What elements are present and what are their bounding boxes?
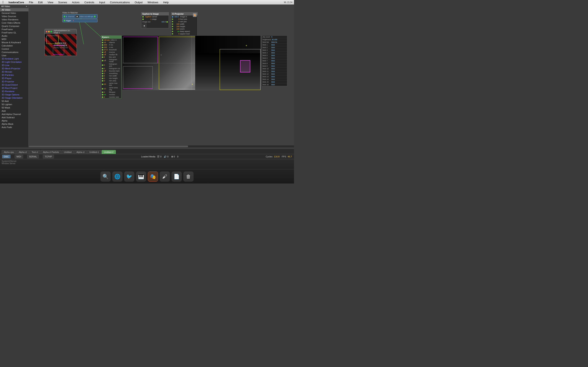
status-tab-tcpip[interactable]: TCP/IP [43,155,54,158]
menu-scenes[interactable]: Scenes [57,1,68,4]
menu-isadoracore[interactable]: IsadoraCore [8,1,25,4]
eyes-val-monitor: on [104,94,108,96]
sidebar-item-3d-renderer[interactable]: 3D Renderer [0,90,28,93]
sidebar-item-3d-projector[interactable]: 3D Projector [0,80,28,83]
sidebar-item-3d-line[interactable]: 3D Line [0,64,28,67]
sidebar-item-alpha[interactable]: Alpha [0,119,28,122]
menu-view[interactable]: View [47,1,54,4]
ci-row-vertpos: 0 vert pos [171,20,198,23]
status-tab-serial[interactable]: SERIAL [27,155,39,158]
tab-untitled-1[interactable]: Untitled-1 [87,150,101,154]
menu-input[interactable]: Input [98,1,106,4]
sidebar-item-communications[interactable]: Communications [0,50,28,54]
menu-help[interactable]: Help [162,1,169,4]
menu-output[interactable]: Output [134,1,143,4]
blob-bloblist-row: blob list blob-lis [262,41,287,44]
tab-alpha-cl[interactable]: Alpha cl [17,150,29,154]
tab-alpha-cpu[interactable]: Alpha cpu [2,150,16,154]
menu-communications[interactable]: Communications [109,1,131,4]
scrollbar-thumb[interactable] [29,146,188,147]
sidebar-item-general-video[interactable]: General Video [0,11,28,15]
blob-3-lbl: blob 3 [263,49,271,51]
sidebar-item-control[interactable]: Control [0,47,28,50]
tab-untitled-2[interactable]: Untitled-2 [102,150,116,154]
sidebar-item-3d-player[interactable]: 3D Player [0,77,28,80]
eyes-lbl-lifespan: lifespan [109,91,115,93]
dock-tweetbot[interactable]: 🐦 [124,171,134,182]
sidebar-item-calculation[interactable]: Calculation [0,44,28,47]
sidebar-item-video-sources[interactable]: Video Sources [0,15,28,18]
ci-palette-icon[interactable]: 🎨 [193,13,197,17]
dock-trash[interactable]: 🗑 [183,171,194,182]
tab-untitled[interactable]: Untitled [62,150,74,154]
menu-edit[interactable]: Edit [37,1,43,4]
eyes-val-histcut: 0 [104,67,108,69]
status-tab-osc[interactable]: OSC [2,155,11,158]
sidebar-item-alpha-mask[interactable]: Alpha Mask [0,122,28,125]
dock-finder[interactable]: 🔍 [100,171,111,182]
sidebar-item-core-video-effects[interactable]: Core Video Effects [0,21,28,25]
sidebar-item-auto-fade[interactable]: Auto Fade [0,125,28,129]
sidebar-item-50-mask[interactable]: 50 Mask [0,106,28,109]
eyes-row-hres: 400 h res [101,44,121,46]
stage-window[interactable]: AlphaMaskNeon.izz : Stage 1 SIGMASIX SYP… [44,29,77,56]
dock-isadora[interactable]: 🎭 [148,171,158,182]
cycles-val: 116.8 [274,155,280,158]
sidebar-item-3d-mesh[interactable]: 3D Mesh Projector [0,67,28,70]
sidebar-item-video-renderers[interactable]: Video Renderers [0,18,28,21]
sidebar-item-3d-stage-orient[interactable]: 3D Stage Orientation [0,96,28,100]
stage-zoom-button[interactable] [51,31,52,33]
sidebar-item-freeframe-gl[interactable]: FreeFrame GL [0,31,28,34]
sidebar-item-add[interactable]: Add [0,109,28,113]
sidebar-item-user[interactable]: User [0,54,28,57]
sidebar-close[interactable]: × [26,5,27,8]
eyes-port-smooth [102,73,103,74]
eyes-val-minarea: 0 [104,80,108,82]
sidebar-item-3d-stage-opts[interactable]: 3D Stage Options [0,93,28,96]
menu-actors[interactable]: Actors [71,1,80,4]
sidebar-item-add-subtract[interactable]: Add Subtract [0,116,28,119]
apple-menu[interactable]:  [2,0,4,4]
dock-piano[interactable]: 🎹 [136,171,146,182]
stage-minimize-button[interactable] [48,31,50,33]
menu-file[interactable]: File [28,1,34,4]
blob-14-val: blob [271,78,275,80]
eyes-row-histamt: 0 histogram amt [101,63,121,67]
sidebar-item-3d-rect[interactable]: 3D Rect Project [0,86,28,90]
grid-line-v1 [191,36,192,90]
sidebar-item-midi[interactable]: MIDI [0,38,28,41]
sidebar-item-all-video[interactable]: All Video [0,8,28,11]
tab-alpha-cl-particle[interactable]: Alpha cl Particle [41,150,61,154]
status-tab-midi[interactable]: MIDI [15,155,23,158]
eyes-val-histmode: off [104,59,108,62]
sidebar-item-audio[interactable]: Audio [0,34,28,38]
eyes-val-maxdist: 20 [104,83,108,85]
menu-controls[interactable]: Controls [84,1,95,4]
menu-windows[interactable]: Windows [147,1,159,4]
tab-alpha-cl-2[interactable]: Alpha cl [74,150,86,154]
tab-test-cl[interactable]: Test cl [29,150,40,154]
eyes-node-header: Eyes++ [101,36,121,39]
ci-val-height: 100 [174,25,180,27]
canvas-scrollbar[interactable] [29,145,294,147]
dock-safari[interactable]: 🌐 [112,171,122,182]
sidebar-item-quartz-composer[interactable]: Quartz Composer [0,25,28,28]
ci-row-zoom: 100 zoom [171,28,198,30]
sidebar-item-3d-ambient[interactable]: 3D Ambient Light [0,57,28,60]
dock-documents[interactable]: 📄 [172,171,182,182]
eyes-lbl-median: median filt [109,54,117,56]
sidebar-item-50-add[interactable]: 50 Add [0,100,28,103]
sidebar-item-50-lighten[interactable]: 50 Lighten [0,103,28,106]
sidebar-item-freeframe[interactable]: FreeFrame [0,28,28,31]
sidebar-item-3d-mosaic[interactable]: 3D Mosaic [0,70,28,73]
sidebar-item-3d-particles[interactable]: 3D Particles [0,73,28,77]
dock-brush[interactable]: 🖌 [160,171,170,182]
menubar-clock: Mi. 21:34 [284,1,292,3]
stage-close-button[interactable] [46,31,47,33]
blob-5-row: blob 5 blob [262,54,287,57]
sidebar-item-3d-light[interactable]: 3D Light Orientation [0,60,28,64]
sidebar-item-3d-quad[interactable]: 3D Quad Distort [0,83,28,86]
eyes-port-areachg [102,88,103,90]
sidebar-item-add-alpha[interactable]: Add Alpha Channel [0,113,28,116]
sidebar-item-mouse-keyboard[interactable]: Mouse & Keyboard [0,41,28,44]
